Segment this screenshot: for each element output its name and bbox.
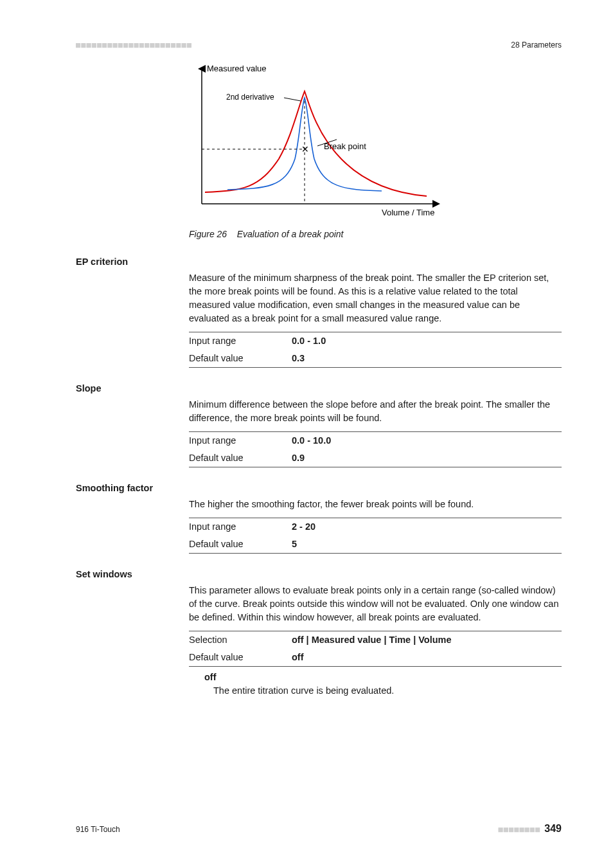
section-ep-criterion: EP criterion Measure of the minimum shar…	[76, 255, 562, 368]
page-footer: 916 Ti-Touch ■■■■■■■■349	[76, 821, 562, 836]
row-label: Input range	[189, 518, 292, 536]
row-value: 0.3	[292, 350, 562, 368]
table-smoothing: Input range2 - 20 Default value5	[189, 518, 562, 554]
figure-number: Figure 26	[189, 229, 227, 239]
table-ep-criterion: Input range0.0 - 1.0 Default value0.3	[189, 332, 562, 368]
page-header: ■■■■■■■■■■■■■■■■■■■■■■ 28 Parameters	[76, 40, 562, 51]
row-value: 0.0 - 1.0	[292, 332, 562, 350]
para-slope: Minimum difference between the slope bef…	[189, 398, 562, 425]
page-number: 349	[544, 823, 562, 834]
break-point-label: Break point	[324, 141, 366, 151]
section-slope: Slope Minimum difference between the slo…	[76, 382, 562, 467]
table-slope: Input range0.0 - 10.0 Default value0.9	[189, 431, 562, 467]
row-value: off	[292, 649, 562, 667]
row-label: Input range	[189, 431, 292, 449]
x-axis-label: Volume / Time	[382, 208, 434, 217]
row-label: Selection	[189, 631, 292, 649]
break-point-figure: Measured value 2nd derivative ✕ Break po…	[189, 62, 472, 220]
row-label: Default value	[189, 449, 292, 467]
deriv-label: 2nd derivative	[226, 93, 274, 102]
svg-text:✕: ✕	[301, 144, 309, 154]
header-dots: ■■■■■■■■■■■■■■■■■■■■■■	[76, 40, 192, 51]
heading-set-windows: Set windows	[76, 568, 562, 581]
y-axis-label: Measured value	[207, 64, 267, 73]
row-value: 2 - 20	[292, 518, 562, 536]
footer-dots: ■■■■■■■■	[499, 825, 541, 834]
row-label: Default value	[189, 649, 292, 667]
para-ep-criterion: Measure of the minimum sharpness of the …	[189, 271, 562, 325]
heading-smoothing: Smoothing factor	[76, 482, 562, 495]
para-set-windows: This parameter allows to evaluate break …	[189, 584, 562, 624]
row-value: 0.9	[292, 449, 562, 467]
row-value: 5	[292, 536, 562, 554]
footer-device: 916 Ti-Touch	[76, 824, 120, 835]
heading-ep-criterion: EP criterion	[76, 255, 562, 269]
heading-slope: Slope	[76, 382, 562, 395]
section-set-windows: Set windows This parameter allows to eva…	[76, 568, 562, 698]
figure-caption: Figure 26 Evaluation of a break point	[189, 228, 562, 240]
para-smoothing: The higher the smoothing factor, the few…	[189, 498, 562, 511]
row-value: 0.0 - 10.0	[292, 431, 562, 449]
option-term: off	[204, 671, 562, 684]
header-chapter: 28 Parameters	[511, 40, 562, 51]
figure-caption-text: Evaluation of a break point	[237, 229, 344, 239]
row-value: off | Measured value | Time | Volume	[292, 631, 562, 649]
figure-block: Measured value 2nd derivative ✕ Break po…	[189, 62, 562, 240]
row-label: Default value	[189, 350, 292, 368]
option-desc: The entire titration curve is being eval…	[213, 684, 562, 698]
section-smoothing: Smoothing factor The higher the smoothin…	[76, 482, 562, 554]
table-set-windows: Selectionoff | Measured value | Time | V…	[189, 631, 562, 667]
row-label: Default value	[189, 536, 292, 554]
row-label: Input range	[189, 332, 292, 350]
svg-line-2	[284, 98, 301, 101]
